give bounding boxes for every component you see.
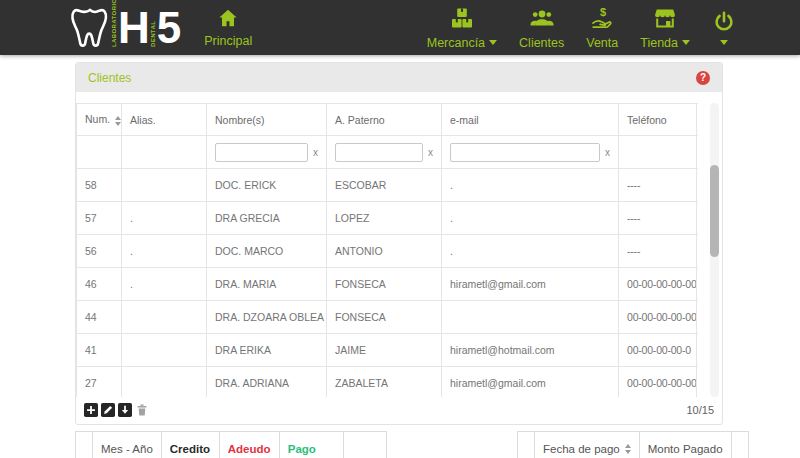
pay-col-actions	[731, 432, 748, 458]
cell-extra	[697, 367, 699, 398]
cell-paterno: LOPEZ	[327, 202, 442, 235]
table-row[interactable]: 46.DRA. MARIAFONSECAhirametl@gmail.com00…	[77, 268, 699, 301]
cell-alias	[122, 334, 207, 367]
column-header-paterno: A. Paterno	[327, 104, 442, 136]
logo-word-dental: DENTAL	[150, 9, 156, 47]
users-icon	[529, 6, 555, 33]
pagination-status: 10/15	[686, 404, 714, 416]
sort-icon[interactable]	[625, 444, 631, 454]
nav-label: Clientes	[519, 36, 564, 50]
cell-paterno: FONSECA	[327, 268, 442, 301]
chevron-down-icon	[720, 40, 728, 45]
table-header-row: Num. Alias. Nombre(s) A. Paterno e-mail …	[77, 104, 699, 136]
credit-table: Mes - Año Credito Adeudo Pago	[75, 431, 387, 458]
nav-item-clientes[interactable]: Clientes	[517, 6, 566, 50]
nav-item-principal[interactable]: Principal	[202, 8, 254, 48]
logo-word-laboratorio: LABORATORIO	[111, 9, 117, 47]
delete-button[interactable]	[135, 403, 149, 417]
pay-col-fecha[interactable]: Fecha de pago	[535, 432, 640, 458]
table-row[interactable]: 56.DOC. MARCOANTONIO.----	[77, 235, 699, 268]
filter-paterno-input[interactable]	[335, 143, 423, 162]
cell-paterno: FONSECA	[327, 301, 442, 334]
cell-extra	[697, 301, 699, 334]
boxes-icon	[450, 6, 474, 33]
edit-button[interactable]	[101, 403, 115, 417]
cell-telefono: ----	[619, 235, 697, 268]
cell-nombre: DOC. MARCO	[207, 235, 327, 268]
cell-extra	[697, 334, 699, 367]
cell-nombre: DRA. DZOARA OBLEA	[207, 301, 327, 334]
credit-col-adeudo: Adeudo	[219, 432, 279, 458]
cell-nombre: DRA. ADRIANA	[207, 367, 327, 398]
cell-paterno: JAIME	[327, 334, 442, 367]
cell-email: .	[442, 169, 619, 202]
cell-telefono: ----	[619, 169, 697, 202]
export-button[interactable]	[118, 403, 132, 417]
app-logo[interactable]: LABORATORIO H DENTAL 5	[70, 0, 180, 55]
scrollbar-thumb[interactable]	[710, 165, 719, 257]
sort-icon[interactable]	[115, 116, 121, 126]
cell-num: 56	[77, 235, 122, 268]
payments-table: Fecha de pago Monto Pagado	[517, 431, 749, 458]
cell-num: 46	[77, 268, 122, 301]
nav-item-session[interactable]	[710, 10, 738, 45]
nav-label: Principal	[204, 34, 252, 48]
filter-nombre-input[interactable]	[215, 143, 308, 162]
column-header-num[interactable]: Num.	[77, 104, 122, 136]
cell-email: .	[442, 202, 619, 235]
column-header-nombre: Nombre(s)	[207, 104, 327, 136]
cell-alias: .	[122, 202, 207, 235]
table-row[interactable]: 41DRA ERIKAJAIMEhirametl@hotmail.com00-0…	[77, 334, 699, 367]
nav-item-tienda[interactable]: Tienda	[638, 6, 692, 50]
cell-num: 41	[77, 334, 122, 367]
column-header-email: e-mail	[442, 104, 619, 136]
nav-item-mercancia[interactable]: Mercancía	[425, 6, 499, 50]
panel-title-bar: Clientes ?	[76, 63, 722, 92]
chevron-down-icon	[682, 40, 690, 45]
table-row[interactable]: 57.DRA GRECIALOPEZ.----	[77, 202, 699, 235]
cell-extra	[697, 202, 699, 235]
table-row[interactable]: 27DRA. ADRIANAZABALETAhirametl@gmail.com…	[77, 367, 699, 398]
clear-filter-icon[interactable]: x	[605, 147, 610, 158]
cell-telefono: 00-00-00-00-00	[619, 301, 697, 334]
main-menu: Mercancía Clientes $	[425, 6, 738, 50]
cell-extra	[697, 235, 699, 268]
cell-email: hirametl@gmail.com	[442, 268, 619, 301]
clear-filter-icon[interactable]: x	[313, 147, 318, 158]
cell-alias	[122, 367, 207, 398]
cell-paterno: ANTONIO	[327, 235, 442, 268]
table-row[interactable]: 58DOC. ERICKESCOBAR.----	[77, 169, 699, 202]
clients-table: Num. Alias. Nombre(s) A. Paterno e-mail …	[76, 103, 698, 397]
cell-num: 27	[77, 367, 122, 398]
cell-alias: .	[122, 235, 207, 268]
clear-filter-icon[interactable]: x	[428, 147, 433, 158]
vertical-scrollbar[interactable]	[710, 103, 719, 397]
help-icon[interactable]: ?	[696, 71, 710, 85]
filter-email-input[interactable]	[450, 143, 600, 162]
cell-email	[442, 301, 619, 334]
cell-alias	[122, 169, 207, 202]
cell-extra	[697, 268, 699, 301]
pay-col-empty	[518, 432, 535, 458]
filter-row: x x x	[77, 136, 699, 169]
logo-letter-5: 5	[157, 0, 180, 55]
cell-nombre: DRA. MARIA	[207, 268, 327, 301]
logo-letter-h: H	[118, 0, 149, 55]
home-icon	[217, 8, 239, 31]
credit-table-header-row: Mes - Año Credito Adeudo Pago	[76, 432, 387, 458]
nav-label: Tienda	[640, 36, 678, 50]
nav-label: Venta	[586, 36, 618, 50]
client-rows: 58DOC. ERICKESCOBAR.----57.DRA GRECIALOP…	[77, 169, 699, 398]
cell-num: 44	[77, 301, 122, 334]
add-button[interactable]	[84, 403, 98, 417]
nav-item-venta[interactable]: $ Venta	[584, 6, 620, 50]
payments-table-header-row: Fecha de pago Monto Pagado	[518, 432, 749, 458]
cell-telefono: 00-00-00-00-00	[619, 367, 697, 398]
cell-alias	[122, 301, 207, 334]
svg-text:$: $	[600, 6, 606, 18]
cell-num: 57	[77, 202, 122, 235]
cell-nombre: DOC. ERICK	[207, 169, 327, 202]
cell-paterno: ZABALETA	[327, 367, 442, 398]
cell-alias: .	[122, 268, 207, 301]
table-row[interactable]: 44DRA. DZOARA OBLEAFONSECA00-00-00-00-00	[77, 301, 699, 334]
